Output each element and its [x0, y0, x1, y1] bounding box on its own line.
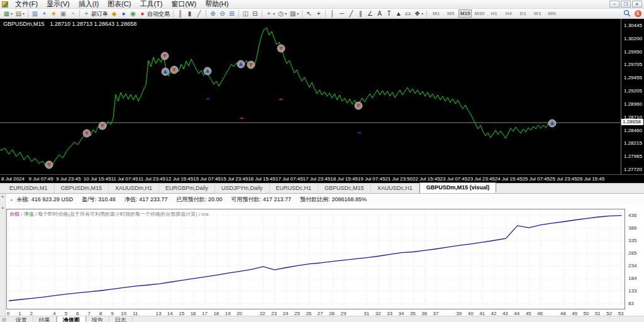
menu-tools[interactable]: 工具(T): [135, 0, 167, 8]
status-equity: 净值:417 233.77: [125, 196, 168, 204]
menu-file[interactable]: 文件(F): [11, 0, 42, 8]
dropdown-arrow-icon: ▾: [285, 9, 287, 18]
zoom-out-button[interactable]: ⊖: [218, 9, 227, 18]
data-window-button[interactable]: +: [40, 9, 49, 18]
terminal-button[interactable]: ▣: [58, 9, 68, 18]
label-button[interactable]: T: [384, 9, 394, 18]
period-m30[interactable]: M30: [473, 9, 486, 18]
chart-tab-8[interactable]: GBPUSDm,M15 (visual): [419, 182, 497, 193]
dropdown-arrow-icon: ▾: [421, 9, 423, 18]
autotrading-button[interactable]: ●自动交易: [138, 9, 171, 18]
close-button[interactable]: ✕: [632, 1, 642, 8]
channel-button[interactable]: ∥: [356, 9, 365, 18]
toolbar-separator: [79, 10, 80, 18]
line-chart-button[interactable]: ╱: [194, 9, 204, 18]
price-chart[interactable]: GBPUSDm,M151.28710 1.28713 1.28643 1.286…: [0, 19, 644, 183]
arrange-horizontal-button[interactable]: ◫: [241, 9, 250, 18]
panel-close-button[interactable]: ×: [0, 194, 6, 205]
status-balance-value: 416 923.29 USD: [31, 196, 74, 203]
cursor-button[interactable]: ↖: [304, 9, 314, 18]
navigator-button[interactable]: ★: [49, 9, 58, 18]
period-mn[interactable]: MN: [545, 9, 558, 18]
tab-results[interactable]: 结果: [33, 316, 57, 322]
price-axis[interactable]: 1.304451.302001.299501.297051.294551.292…: [621, 19, 644, 174]
time-tick: 9 Jul 07:45: [29, 176, 53, 182]
menu-help[interactable]: 帮助(H): [201, 0, 233, 8]
chart-tab-1[interactable]: GBPUSDm,M15: [55, 184, 109, 193]
new-chart-button[interactable]: ▦▾: [2, 9, 14, 18]
tab-graph[interactable]: 净值图: [57, 316, 86, 322]
tile-windows-button[interactable]: ⊞: [227, 9, 236, 18]
equity-legend-token: 余额: [9, 211, 19, 217]
line-chart-icon: ╱: [196, 9, 203, 18]
crosshair-button[interactable]: +: [314, 9, 323, 18]
bar-chart-button[interactable]: ║: [175, 9, 185, 18]
period-m1[interactable]: M1: [430, 9, 443, 18]
text-button[interactable]: A: [375, 9, 384, 18]
shapes-button[interactable]: ▭: [403, 9, 413, 18]
chart-tab-2[interactable]: XAUUSDm,H1: [109, 184, 159, 193]
period-m15[interactable]: M15: [458, 9, 472, 18]
period-m5[interactable]: M5: [444, 9, 457, 18]
time-tick: 23 Jul 07:45: [440, 176, 468, 182]
more-tools-icon: ❖: [414, 9, 421, 18]
restore-button[interactable]: ❐: [621, 1, 631, 8]
chart-tab-3[interactable]: EURGBPm,Daily: [159, 184, 215, 193]
menu-view[interactable]: 显示(V): [42, 0, 74, 8]
metaeditor-button[interactable]: ◆: [109, 9, 119, 18]
app-icon: [2, 1, 8, 8]
search-icon[interactable]: [623, 9, 631, 18]
menu-window[interactable]: 窗口(W): [167, 0, 201, 8]
new-order-button[interactable]: +新订单: [82, 9, 109, 18]
trendline-button[interactable]: ╱: [347, 9, 356, 18]
period-h1[interactable]: H1: [487, 9, 501, 18]
chart-tab-0[interactable]: EURUSDm,M1: [3, 184, 55, 193]
chart-tab-7[interactable]: XAUUSDc,H1: [371, 184, 419, 193]
time-tick: 10 Jul 15:45: [84, 176, 111, 182]
menu-charts[interactable]: 图表(C): [103, 0, 135, 8]
market-watch-button[interactable]: ▥: [30, 9, 40, 18]
status-margin-level: 预付款比例:2086168.85%: [300, 196, 367, 204]
zoom-in-button[interactable]: ⊕: [208, 9, 218, 18]
indicators-button[interactable]: +▾: [264, 9, 276, 18]
menu-insert[interactable]: 插入(I): [74, 0, 103, 8]
graph-close-button[interactable]: ×: [0, 205, 6, 316]
trade-marker-sell: [83, 130, 91, 137]
period-h4[interactable]: H4: [502, 9, 515, 18]
horizontal-line-button[interactable]: ─: [337, 9, 347, 18]
experts-button[interactable]: ●: [119, 9, 128, 18]
fibonacci-button[interactable]: ∠: [365, 9, 375, 18]
periods-button[interactable]: ◷▾: [276, 9, 288, 18]
equity-chart[interactable]: 余额 / 净值 / 每个即时价格(基于所有可利用的最小时段的每一个价格的分形插值…: [6, 209, 625, 309]
tab-settings[interactable]: 设置: [10, 316, 33, 322]
tab-journal[interactable]: 日志: [109, 316, 133, 322]
news-button[interactable]: ◉: [128, 9, 138, 18]
tab-report[interactable]: 报告: [86, 316, 109, 322]
terminal-icon: ▣: [60, 9, 67, 18]
new-order-button-label: 新订单: [91, 9, 108, 18]
vertical-line-button[interactable]: │: [328, 9, 337, 18]
news-icon: ◉: [130, 9, 136, 18]
minimize-button[interactable]: ─: [609, 1, 619, 8]
trade-marker-sell: [247, 61, 255, 69]
tester-button[interactable]: ◔: [68, 9, 77, 18]
period-w1[interactable]: W1: [531, 9, 544, 18]
dropdown-arrow-icon: ▾: [297, 9, 299, 18]
price-chart-canvas[interactable]: [0, 19, 620, 174]
templates-button[interactable]: ▨▾: [288, 9, 300, 18]
chart-tab-4[interactable]: USDJPYm,Daily: [215, 184, 270, 193]
arrange-vertical-button[interactable]: ⊟: [250, 9, 260, 18]
arrow-tool-button[interactable]: ▲: [394, 9, 403, 18]
period-d1[interactable]: D1: [516, 9, 530, 18]
profiles-button[interactable]: ▤▾: [14, 9, 26, 18]
price-tick: 1.28460: [624, 128, 644, 133]
toolbar-group-7: ↖+: [304, 9, 323, 19]
chart-tab-5[interactable]: EURUSDc,H1: [270, 184, 319, 193]
equity-chart-canvas[interactable]: [7, 209, 625, 309]
more-tools-button[interactable]: ❖▾: [413, 9, 425, 18]
chart-tab-6[interactable]: GBPUSDc,M15: [318, 184, 371, 193]
notification-badge[interactable]: 1: [635, 10, 641, 17]
new-chart-icon: ▦: [3, 9, 10, 18]
candlestick-button[interactable]: ▮: [185, 9, 194, 18]
time-axis[interactable]: 8 Jul 20249 Jul 07:459 Jul 23:4510 Jul 1…: [0, 174, 644, 183]
